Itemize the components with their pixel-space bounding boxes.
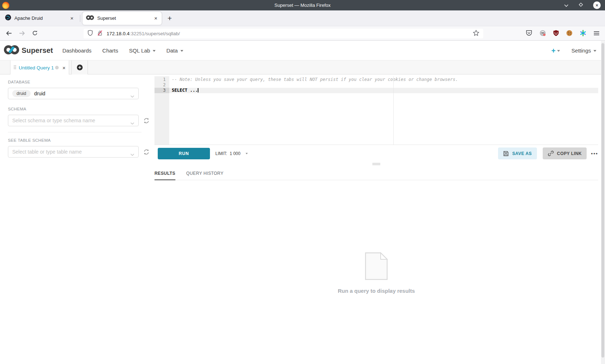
nav-item-dashboards[interactable]: Dashboards [62, 47, 91, 54]
limit-dropdown[interactable]: LIMIT: 1 000 [215, 151, 248, 156]
chevron-down-icon [130, 151, 134, 158]
browser-nav-toolbar: 172.18.0.4:32251/superset/sqllab/ [0, 26, 605, 41]
asterisk-extension-icon[interactable] [580, 30, 586, 38]
bookmark-star-icon[interactable] [473, 30, 479, 37]
new-item-button[interactable]: + [551, 47, 556, 54]
plus-circle-icon [77, 64, 83, 70]
editor-panel: 1 2 3 -- Note: Unless you save your quer… [151, 74, 605, 364]
run-button[interactable]: RUN [158, 148, 210, 159]
superset-logo-icon[interactable] [4, 45, 19, 56]
nav-item-sql-lab[interactable]: SQL Lab [129, 47, 156, 54]
caret-down-icon [180, 50, 183, 52]
sql-keyword: SELECT [172, 88, 187, 93]
line-number-active: 3 [154, 88, 169, 93]
query-tab-untitled-query-1[interactable]: Untitled Query 1 × [10, 60, 69, 75]
sql-active-line: SELECT ... [169, 88, 598, 93]
refresh-schemas-icon[interactable] [143, 118, 149, 124]
empty-state-message: Run a query to display results [338, 288, 415, 294]
ublock-icon[interactable] [553, 30, 559, 37]
browser-tab-apache-druid[interactable]: Apache Druid × [1, 12, 78, 25]
privacy-extension-icon[interactable] [539, 30, 546, 38]
table-select[interactable]: Select table or type table name [8, 146, 139, 158]
tab-separator [80, 15, 80, 22]
tab-close-icon[interactable]: × [153, 15, 158, 21]
caret-down-icon [153, 50, 156, 52]
query-tab-label: Untitled Query 1 [19, 65, 55, 70]
firefox-titlebar: Superset — Mozilla Firefox × [0, 0, 605, 10]
url-bar[interactable]: 172.18.0.4:32251/superset/sqllab/ [84, 29, 483, 38]
druid-favicon-icon [5, 14, 11, 22]
reload-icon[interactable] [32, 30, 38, 37]
sql-editor[interactable]: 1 2 3 -- Note: Unless you save your quer… [154, 76, 598, 145]
shield-icon[interactable] [88, 30, 93, 37]
page-scrollbar[interactable] [601, 41, 605, 364]
save-as-button[interactable]: SAVE AS [498, 147, 537, 159]
add-query-tab-button[interactable] [71, 60, 88, 74]
tab-query-history[interactable]: QUERY HISTORY [186, 168, 224, 180]
schema-placeholder: Select schema or type schema name [12, 118, 95, 123]
line-number: 2 [154, 82, 169, 88]
new-tab-button[interactable]: + [167, 14, 172, 22]
document-icon [365, 252, 388, 280]
chevron-down-icon [130, 120, 134, 126]
more-options-icon[interactable]: ••• [591, 151, 598, 156]
limit-value: 1 000 [230, 151, 241, 156]
table-placeholder: Select table or type table name [12, 149, 82, 155]
editor-gutter: 1 2 3 [154, 76, 169, 145]
caret-down-icon [246, 153, 248, 154]
browser-tabbar: Apache Druid × Superset × + [0, 10, 605, 26]
query-tab-close-icon[interactable]: × [62, 65, 66, 70]
copy-link-button[interactable]: COPY LINK [543, 147, 587, 159]
sql-text: ... [187, 88, 198, 93]
settings-menu[interactable]: Settings [572, 47, 596, 54]
browser-tab-superset[interactable]: Superset × [82, 12, 162, 25]
nav-item-charts[interactable]: Charts [102, 47, 118, 54]
line-number: 1 [154, 77, 169, 82]
window-maximize-icon[interactable] [578, 2, 583, 9]
print-margin-line [393, 76, 394, 145]
window-minimize-icon[interactable] [564, 2, 569, 9]
firefox-logo-icon [2, 2, 9, 9]
sidebar-divider [8, 132, 142, 132]
browser-tab-title: Superset [97, 15, 153, 21]
tab-results[interactable]: RESULTS [154, 168, 175, 180]
superset-navbar: Superset Dashboards Charts SQL Lab Data … [0, 41, 605, 60]
query-state-dot [55, 66, 59, 69]
pane-resize-handle[interactable] [372, 163, 380, 166]
lock-disabled-icon[interactable] [97, 30, 103, 37]
limit-label: LIMIT: [215, 151, 227, 156]
text-cursor [198, 88, 198, 92]
window-close-button[interactable]: × [593, 1, 601, 9]
editor-code-area[interactable]: -- Note: Unless you save your query, the… [169, 76, 598, 145]
database-label: DATABASE [8, 80, 151, 84]
tab-close-icon[interactable]: × [70, 15, 74, 21]
drag-handle-icon[interactable] [14, 64, 16, 71]
back-icon[interactable] [6, 31, 12, 37]
scrollbar-thumb[interactable] [601, 43, 604, 358]
nav-item-data[interactable]: Data [166, 47, 183, 54]
caret-down-icon[interactable] [557, 50, 560, 52]
superset-favicon-icon [86, 15, 94, 22]
sql-comment-line: -- Note: Unless you save your query, the… [172, 77, 458, 82]
link-icon [548, 150, 554, 156]
save-icon [503, 151, 509, 156]
browser-tab-title: Apache Druid [14, 15, 70, 21]
table-schema-label: SEE TABLE SCHEMA [8, 138, 151, 142]
pocket-icon[interactable] [526, 30, 532, 37]
brand-title[interactable]: Superset [22, 46, 53, 55]
url-text: 172.18.0.4:32251/superset/sqllab/ [107, 31, 473, 36]
schema-select[interactable]: Select schema or type schema name [8, 115, 139, 126]
forward-icon[interactable] [19, 31, 25, 37]
cookie-extension-icon[interactable] [566, 30, 573, 38]
database-value: druid [34, 91, 45, 96]
results-tab-bar: RESULTS QUERY HISTORY [154, 168, 598, 180]
query-tab-strip: Untitled Query 1 × [0, 60, 605, 74]
results-empty-state: Run a query to display results [154, 252, 598, 294]
menu-hamburger-icon[interactable] [593, 31, 600, 37]
database-backend-tag: druid [12, 90, 31, 97]
chevron-down-icon [130, 93, 134, 99]
schema-label: SCHEMA [8, 107, 151, 111]
refresh-tables-icon[interactable] [143, 149, 149, 155]
caret-down-icon [593, 50, 596, 52]
database-select[interactable]: druid druid [8, 88, 139, 99]
